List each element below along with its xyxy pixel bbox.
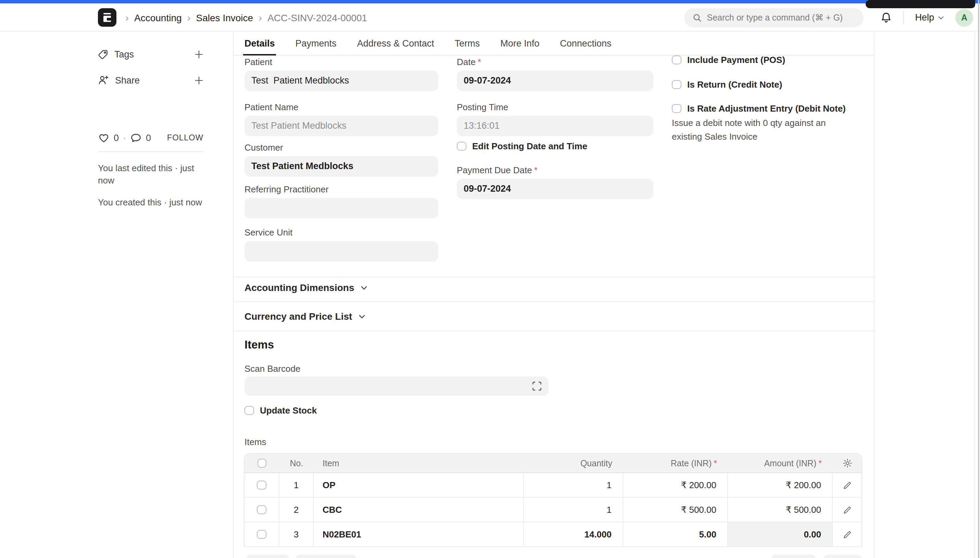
amount-cell[interactable]: ₹ 200.00 bbox=[728, 473, 833, 497]
column-header-no[interactable]: No. bbox=[279, 454, 314, 473]
add-tag-icon[interactable] bbox=[194, 50, 204, 59]
comment-icon[interactable] bbox=[130, 132, 142, 143]
tab-address-contact[interactable]: Address & Contact bbox=[357, 31, 434, 55]
referring-practitioner-input[interactable] bbox=[245, 198, 438, 218]
item-code[interactable]: OP bbox=[323, 480, 336, 490]
column-header-rate[interactable]: Rate (INR)* bbox=[623, 454, 728, 473]
column-header-item[interactable]: Item bbox=[314, 454, 524, 473]
grid-add-row-button[interactable] bbox=[246, 555, 290, 558]
items-grid-header: No. Item Quantity Rate (INR)* Amount (IN… bbox=[245, 454, 862, 473]
edit-posting-checkbox-row[interactable]: Edit Posting Date and Time bbox=[457, 141, 587, 151]
global-search-input[interactable]: Search or type a command (⌘ + G) bbox=[684, 8, 863, 27]
column-header-amount[interactable]: Amount (INR)* bbox=[728, 454, 833, 473]
edit-posting-checkbox[interactable] bbox=[457, 142, 466, 151]
update-stock-label: Update Stock bbox=[260, 405, 317, 415]
quantity-cell[interactable]: 14.000 bbox=[524, 522, 623, 547]
help-menu[interactable]: Help bbox=[915, 12, 944, 23]
section-accounting-dimensions[interactable]: Accounting Dimensions bbox=[245, 282, 368, 293]
form-tab-bar: Details Payments Address & Contact Terms… bbox=[233, 31, 874, 56]
update-stock-checkbox-row[interactable]: Update Stock bbox=[245, 405, 317, 415]
scan-barcode-input[interactable] bbox=[245, 377, 548, 396]
payment-due-date-input[interactable]: 09-07-2024 bbox=[457, 179, 653, 199]
update-stock-checkbox[interactable] bbox=[245, 406, 254, 415]
rate-cell[interactable]: ₹ 500.00 bbox=[623, 498, 728, 522]
chevron-right-icon: › bbox=[259, 11, 262, 23]
items-section-heading: Items bbox=[245, 338, 274, 351]
select-all-checkbox[interactable] bbox=[258, 459, 267, 468]
sidebar-share-label: Share bbox=[115, 75, 140, 85]
required-asterisk: * bbox=[534, 165, 538, 175]
tab-connections[interactable]: Connections bbox=[560, 31, 611, 55]
quantity-cell[interactable]: 1 bbox=[524, 498, 623, 522]
app-logo[interactable] bbox=[98, 8, 117, 27]
grid-upload-button[interactable] bbox=[823, 555, 862, 558]
edit-row-pencil-icon[interactable] bbox=[833, 473, 862, 497]
is-return-checkbox[interactable] bbox=[672, 80, 681, 89]
date-label: Date* bbox=[457, 57, 653, 67]
edit-row-pencil-icon[interactable] bbox=[833, 522, 862, 547]
breadcrumb: › Accounting › Sales Invoice › ACC-SINV-… bbox=[125, 11, 367, 23]
required-asterisk: * bbox=[818, 458, 822, 468]
service-unit-input[interactable] bbox=[245, 241, 438, 261]
accounting-dimensions-title: Accounting Dimensions bbox=[245, 282, 354, 293]
is-rate-adjustment-checkbox-row[interactable]: Is Rate Adjustment Entry (Debit Note) bbox=[672, 103, 846, 114]
heart-icon[interactable] bbox=[98, 132, 110, 143]
scrollbar-track[interactable] bbox=[975, 8, 975, 558]
grid-settings-gear-icon[interactable] bbox=[833, 454, 862, 473]
created-note: You created this · just now bbox=[98, 197, 204, 209]
amount-cell[interactable]: ₹ 500.00 bbox=[728, 498, 833, 522]
follow-button[interactable]: FOLLOW bbox=[167, 133, 204, 143]
tab-terms[interactable]: Terms bbox=[455, 31, 480, 55]
include-payment-checkbox[interactable] bbox=[672, 56, 681, 65]
tab-more-info[interactable]: More Info bbox=[500, 31, 539, 55]
row-checkbox[interactable] bbox=[257, 505, 266, 515]
patient-name-label: Patient Name bbox=[245, 102, 438, 112]
content-left-border bbox=[233, 31, 233, 558]
tab-details[interactable]: Details bbox=[245, 31, 275, 55]
item-code[interactable]: N02BE01 bbox=[323, 529, 361, 540]
is-rate-adjustment-checkbox[interactable] bbox=[672, 104, 681, 113]
include-payment-checkbox-row[interactable]: Include Payment (POS) bbox=[672, 55, 785, 65]
notifications-bell-icon[interactable] bbox=[880, 11, 892, 24]
section-currency-price-list[interactable]: Currency and Price List bbox=[245, 311, 366, 322]
amount-cell[interactable]: 0.00 bbox=[728, 522, 833, 547]
sidebar-item-share[interactable]: Share bbox=[98, 74, 204, 86]
rate-cell[interactable]: 5.00 bbox=[623, 522, 728, 547]
grid-add-multiple-button[interactable] bbox=[295, 555, 357, 558]
sidebar-tags-label: Tags bbox=[114, 49, 134, 59]
column-header-quantity[interactable]: Quantity bbox=[524, 454, 623, 473]
sidebar-divider bbox=[98, 151, 204, 152]
patient-input[interactable]: Test Patient Medblocks bbox=[245, 71, 438, 91]
payment-due-date-label: Payment Due Date* bbox=[457, 165, 653, 175]
posting-time-label: Posting Time bbox=[457, 102, 653, 112]
item-code[interactable]: CBC bbox=[323, 505, 342, 515]
comment-count[interactable]: 0 bbox=[146, 133, 151, 143]
like-count[interactable]: 0 bbox=[114, 133, 119, 143]
search-placeholder: Search or type a command (⌘ + G) bbox=[707, 12, 843, 23]
barcode-scan-icon[interactable] bbox=[532, 381, 542, 392]
breadcrumb-doctype[interactable]: Sales Invoice bbox=[196, 12, 253, 23]
grid-download-button[interactable] bbox=[770, 555, 816, 558]
field-referring-practitioner: Referring Practitioner bbox=[245, 184, 438, 218]
row-checkbox[interactable] bbox=[257, 530, 266, 539]
chevron-down-icon bbox=[358, 313, 366, 320]
user-avatar[interactable]: A bbox=[955, 8, 973, 26]
tab-payments[interactable]: Payments bbox=[295, 31, 337, 55]
row-checkbox[interactable] bbox=[257, 481, 266, 490]
table-row: 3 N02BE01 14.000 5.00 0.00 bbox=[245, 522, 862, 547]
edit-row-pencil-icon[interactable] bbox=[833, 498, 862, 522]
breadcrumb-module[interactable]: Accounting bbox=[134, 12, 182, 23]
date-input[interactable]: 09-07-2024 bbox=[457, 71, 653, 91]
sidebar-item-tags[interactable]: Tags bbox=[98, 48, 204, 60]
customer-input[interactable]: Test Patient Medblocks bbox=[245, 156, 438, 177]
field-customer: Customer Test Patient Medblocks bbox=[245, 143, 438, 177]
field-posting-time: Posting Time 13:16:01 bbox=[457, 102, 653, 136]
section-divider bbox=[233, 301, 874, 302]
posting-time-input[interactable]: 13:16:01 bbox=[457, 116, 653, 136]
quantity-cell[interactable]: 1 bbox=[524, 473, 623, 497]
add-share-icon[interactable] bbox=[194, 75, 204, 85]
is-return-checkbox-row[interactable]: Is Return (Credit Note) bbox=[672, 79, 782, 90]
patient-name-input[interactable]: Test Patient Medblocks bbox=[245, 116, 438, 136]
help-label: Help bbox=[915, 12, 934, 23]
rate-cell[interactable]: ₹ 200.00 bbox=[623, 473, 728, 497]
